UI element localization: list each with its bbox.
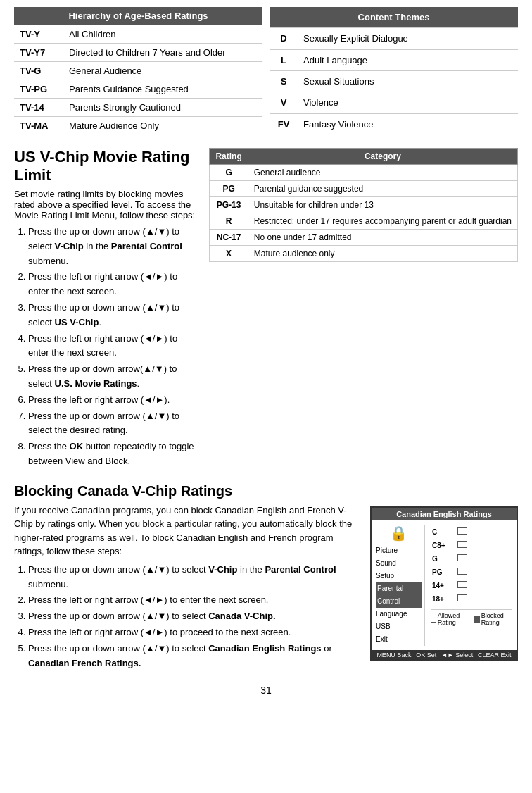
rating-cell: PG [210,181,248,197]
vchip-steps: Press the up or down arrow (▲/▼) to sele… [14,225,198,469]
rating-checkbox[interactable] [456,566,511,578]
canada-intro: If you receive Canadian programs, you ca… [14,504,359,558]
table-row: D Sexually Explicit Dialogue [270,28,518,49]
table-row: TV-14 Parents Strongly Cautioned [14,99,262,117]
canada-section: Blocking Canada V-Chip Ratings If you re… [14,483,518,673]
canada-step-5: Press the up or down arrow (▲/▼) to sele… [28,642,359,671]
rating-cell: V [270,92,298,113]
lock-icon: 🔒 [376,525,422,542]
canada-dialog-left-panel: 🔒 Picture Sound Setup Parental Control L… [376,525,425,646]
rating-cell: FV [270,113,298,135]
canada-steps: Press the up or down arrow (▲/▼) to sele… [14,563,359,671]
canada-container: If you receive Canadian programs, you ca… [14,504,518,673]
rating-row: C8+ [432,539,511,551]
rating-row: 14+ [432,580,511,592]
vchip-title: US V-Chip Movie Rating Limit [14,148,198,185]
desc-cell: Adult Language [298,49,518,70]
footer-set: OK Set [416,651,436,658]
movie-category-col-header: Category [248,149,517,165]
vchip-step-3: Press the up or down arrow (▲/▼) to sele… [28,301,198,330]
canada-text: If you receive Canadian programs, you ca… [14,504,359,673]
canada-step-1: Press the up or down arrow (▲/▼) to sele… [28,563,359,592]
hierarchy-table: Hierarchy of Age-Based Ratings TV-Y All … [14,7,262,135]
menu-item-setup[interactable]: Setup [376,570,422,582]
page-number: 31 [14,685,518,696]
rating-label: C [432,526,455,538]
canada-step-2: Press the left or right arrow (◄/►) to e… [28,593,359,608]
vchip-container: US V-Chip Movie Rating Limit Set movie r… [14,148,518,470]
rating-cell: NC-17 [210,230,248,246]
desc-cell: Parents Strongly Cautioned [63,99,262,117]
rating-checkbox[interactable] [456,593,511,605]
canada-menu-items: Picture Sound Setup Parental Control Lan… [376,544,422,646]
rating-cell: D [270,28,298,49]
desc-cell: Mature Audience Only [63,117,262,135]
legend-row: Allowed Rating Blocked Rating [431,609,512,626]
rating-cell: TV-PG [14,80,63,99]
rating-label: 14+ [432,580,455,592]
table-row: NC-17 No one under 17 admitted [210,230,518,246]
canada-dialog-body: 🔒 Picture Sound Setup Parental Control L… [372,520,517,650]
rating-label: C8+ [432,539,455,551]
table-row: TV-G General Audience [14,62,262,80]
top-tables-section: Hierarchy of Age-Based Ratings TV-Y All … [14,7,518,135]
footer-exit: CLEAR Exit [478,651,512,658]
desc-cell: Sexual Situations [298,70,518,92]
table-row: R Restricted; under 17 requires accompan… [210,213,518,230]
table-row: L Adult Language [270,49,518,70]
canada-dialog-title: Canadian English Ratings [372,508,517,520]
footer-back: MENU Back [376,651,411,658]
rating-checkbox[interactable] [456,553,511,565]
blocked-label: Blocked Rating [481,612,512,626]
rating-checkbox[interactable] [456,526,511,538]
rating-cell: TV-14 [14,99,63,117]
footer-select: ◄► Select [441,651,473,658]
ratings-grid: C C8+ G PG [431,525,512,606]
rating-cell: TV-G [14,62,63,80]
table-row: S Sexual Situations [270,70,518,92]
vchip-step-7: Press the up or down arrow (▲/▼) to sele… [28,409,198,439]
allowed-box [431,616,436,623]
table-row: TV-PG Parents Guidance Suggested [14,80,262,99]
allowed-label: Allowed Rating [438,612,469,626]
vchip-step-4: Press the left or right arrow (◄/►) to e… [28,332,198,361]
rating-cell: R [210,213,248,230]
rating-cell: L [270,49,298,70]
rating-checkbox[interactable] [456,539,511,551]
rating-cell: PG-13 [210,197,248,213]
menu-item-sound[interactable]: Sound [376,557,422,570]
menu-item-picture[interactable]: Picture [376,544,422,557]
canada-dialog-right-panel: C C8+ G PG [428,525,512,646]
table-row: TV-MA Mature Audience Only [14,117,262,135]
table-row: TV-Y All Children [14,25,262,44]
table-row: PG Parental guidance suggested [210,181,518,197]
vchip-step-6: Press the left or right arrow (◄/►). [28,393,198,408]
vchip-step-8: Press the OK button repeatedly to toggle… [28,439,198,469]
vchip-step-2: Press the left or right arrow (◄/►) to e… [28,270,198,299]
canada-dialog: Canadian English Ratings 🔒 Picture Sound… [370,506,518,661]
legend-blocked: Blocked Rating [474,612,512,626]
menu-item-exit[interactable]: Exit [376,633,422,646]
rating-cell: S [270,70,298,92]
canada-step-3: Press the up or down arrow (▲/▼) to sele… [28,609,359,624]
rating-cell: G [210,165,248,181]
rating-cell: TV-Y7 [14,44,63,62]
rating-cell: TV-Y [14,25,63,44]
vchip-step-1: Press the up or down arrow (▲/▼) to sele… [28,225,198,268]
desc-cell: Directed to Children 7 Years and Older [63,44,262,62]
legend-allowed: Allowed Rating [431,612,469,626]
desc-cell: All Children [63,25,262,44]
desc-cell: Sexually Explicit Dialogue [298,28,518,49]
vchip-text: US V-Chip Movie Rating Limit Set movie r… [14,148,198,470]
rating-label: PG [432,566,455,578]
menu-item-usb[interactable]: USB [376,620,422,633]
vchip-subtitle: Set movie rating limits by blocking movi… [14,189,198,220]
category-cell: General audience [248,165,517,181]
rating-checkbox[interactable] [456,580,511,592]
category-cell: Unsuitable for children under 13 [248,197,517,213]
table-row: X Mature audience only [210,246,518,262]
canada-title: Blocking Canada V-Chip Ratings [14,483,518,499]
menu-item-parental-control[interactable]: Parental Control [376,582,422,608]
menu-item-language[interactable]: Language [376,608,422,620]
rating-label: G [432,553,455,565]
